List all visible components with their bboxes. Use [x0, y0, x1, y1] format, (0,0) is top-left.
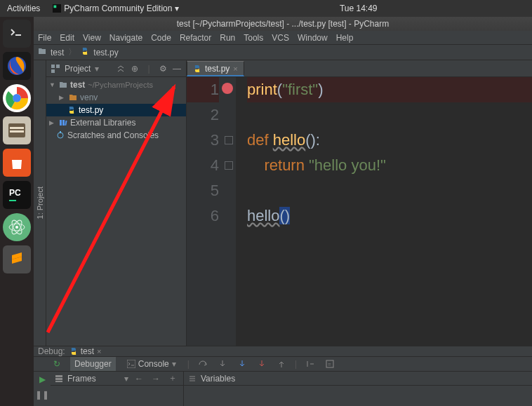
- run-to-cursor-icon[interactable]: [304, 358, 317, 370]
- project-tool-vertical-tab[interactable]: 1: Project: [34, 60, 46, 346]
- menu-run[interactable]: Run: [220, 33, 235, 43]
- project-vtab-label: 1: Project: [36, 187, 44, 219]
- external-libraries-label: External Libraries: [70, 118, 135, 128]
- active-app-indicator[interactable]: PyCharm Community Edition ▾: [47, 4, 185, 13]
- gutter-line-4[interactable]: 4: [187, 153, 219, 178]
- code-line-5[interactable]: [247, 178, 532, 203]
- atom-icon: [7, 217, 27, 237]
- launcher-firefox[interactable]: [3, 52, 31, 80]
- step-out-icon[interactable]: [275, 358, 288, 370]
- menu-help[interactable]: Help: [336, 33, 354, 43]
- variables-icon: [188, 374, 197, 383]
- next-frame-icon[interactable]: →: [149, 372, 162, 385]
- svg-rect-19: [60, 120, 62, 126]
- launcher-atom[interactable]: [3, 213, 31, 241]
- launcher-pycharm[interactable]: PC: [3, 181, 31, 209]
- gutter-line-1[interactable]: 1: [187, 77, 219, 102]
- console-icon: [127, 360, 135, 368]
- menu-bar: File Edit View Navigate Code Refactor Ru…: [34, 31, 532, 45]
- editor-code[interactable]: print("first")def hello(): return "hello…: [236, 77, 532, 346]
- frames-title: Frames: [67, 374, 96, 384]
- code-line-4[interactable]: return "hello you!": [247, 153, 532, 178]
- tree-external-libraries[interactable]: ▶ External Libraries: [46, 116, 186, 129]
- pycharm-small-icon: [53, 4, 61, 13]
- menu-code[interactable]: Code: [151, 33, 171, 43]
- locate-icon[interactable]: ⊕: [130, 64, 140, 74]
- close-icon[interactable]: ×: [97, 347, 101, 356]
- menu-view[interactable]: View: [83, 33, 101, 43]
- tree-scratches[interactable]: Scratches and Consoles: [46, 129, 186, 142]
- breakpoint-icon[interactable]: [222, 83, 233, 94]
- force-step-into-icon[interactable]: [255, 358, 268, 370]
- project-root-name: test: [70, 80, 85, 90]
- editor-gutter[interactable]: 123456: [187, 77, 236, 346]
- svg-rect-27: [55, 375, 62, 377]
- breadcrumb-file[interactable]: test.py: [93, 48, 118, 57]
- code-line-1[interactable]: print("first"): [247, 77, 532, 102]
- fold-handle-icon[interactable]: [225, 161, 233, 170]
- menu-edit[interactable]: Edit: [60, 33, 74, 43]
- launcher-sublime[interactable]: [3, 245, 31, 273]
- collapse-caret-icon: ▶: [59, 94, 66, 101]
- step-into-icon[interactable]: [216, 358, 229, 370]
- add-icon[interactable]: ＋: [166, 372, 179, 385]
- os-clock[interactable]: Tue 14:49: [185, 4, 532, 13]
- dropdown-caret-icon: ▾: [175, 4, 179, 13]
- console-tab[interactable]: Console ▾: [123, 357, 180, 371]
- debug-restart-icon[interactable]: ↻: [51, 358, 63, 370]
- launcher-software[interactable]: [3, 149, 31, 177]
- expand-caret-icon: ▼: [49, 81, 56, 88]
- fold-handle-icon[interactable]: [225, 136, 233, 144]
- tree-selected-file[interactable]: test.py: [46, 104, 186, 116]
- tree-venv-folder[interactable]: ▶ venv: [46, 91, 186, 104]
- editor-tab-label: test.py: [205, 64, 230, 74]
- menu-navigate[interactable]: Navigate: [109, 33, 142, 43]
- svg-point-12: [15, 226, 18, 229]
- gutter-line-2[interactable]: 2: [187, 102, 219, 128]
- debugger-tab[interactable]: Debugger: [70, 357, 116, 371]
- hide-panel-icon[interactable]: —: [172, 64, 182, 74]
- menu-refactor[interactable]: Refactor: [180, 33, 211, 43]
- pycharm-icon: PC: [6, 184, 27, 205]
- menu-tools[interactable]: Tools: [244, 33, 263, 43]
- menu-file[interactable]: File: [38, 33, 51, 43]
- gutter-line-5[interactable]: 5: [187, 178, 219, 203]
- debug-run-config[interactable]: test ×: [69, 346, 102, 356]
- dropdown-caret-icon[interactable]: ▾: [124, 374, 128, 384]
- gutter-line-6[interactable]: 6: [187, 203, 219, 229]
- resume-icon[interactable]: ▶: [36, 373, 48, 386]
- breadcrumb-project[interactable]: test: [51, 48, 64, 57]
- svg-rect-1: [54, 6, 57, 8]
- variables-title: Variables: [201, 374, 235, 384]
- tree-project-root[interactable]: ▼ test ~/PycharmProjects: [46, 79, 186, 91]
- gutter-line-3[interactable]: 3: [187, 128, 219, 153]
- svg-point-22: [58, 133, 63, 138]
- folder-icon: [38, 47, 46, 57]
- settings-gear-icon[interactable]: ⚙: [158, 64, 168, 74]
- code-line-2[interactable]: [247, 102, 532, 128]
- menu-window[interactable]: Window: [298, 33, 328, 43]
- evaluate-expression-icon[interactable]: =: [324, 358, 336, 370]
- python-file-icon: [81, 47, 89, 57]
- collapse-all-icon[interactable]: [116, 64, 126, 74]
- dropdown-caret-icon[interactable]: ▾: [95, 64, 99, 74]
- step-into-mycode-icon[interactable]: [236, 358, 248, 370]
- svg-rect-16: [51, 65, 55, 68]
- project-root-path: ~/PycharmProjects: [88, 81, 153, 89]
- editor-tab-testpy[interactable]: test.py ×: [187, 61, 244, 76]
- scratches-icon: [56, 131, 65, 140]
- launcher-files[interactable]: [3, 116, 31, 144]
- activities-button[interactable]: Activities: [0, 4, 47, 13]
- divider-icon: |: [144, 64, 154, 74]
- code-line-3[interactable]: def hello():: [247, 128, 532, 153]
- pause-icon[interactable]: ❚❚: [36, 388, 48, 401]
- launcher-chrome[interactable]: [3, 84, 31, 112]
- menu-vcs[interactable]: VCS: [272, 33, 289, 43]
- code-line-6[interactable]: hello(): [247, 203, 532, 229]
- prev-frame-icon[interactable]: ←: [133, 372, 145, 385]
- step-over-icon[interactable]: [197, 358, 209, 370]
- python-file-icon: [193, 65, 201, 73]
- code-editor[interactable]: 123456 print("first")def hello(): return…: [187, 77, 532, 346]
- launcher-terminal[interactable]: [3, 20, 31, 48]
- close-tab-icon[interactable]: ×: [233, 65, 237, 73]
